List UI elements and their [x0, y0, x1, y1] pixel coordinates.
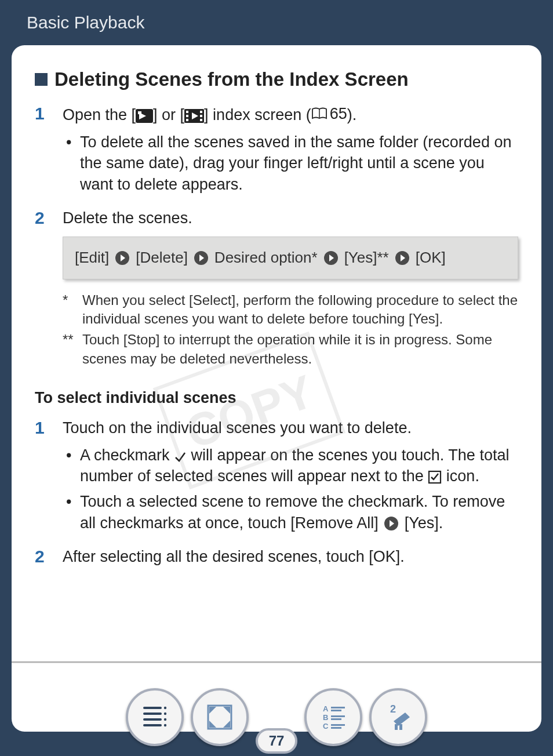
- proc-item: [Yes]**: [344, 248, 389, 268]
- svg-rect-34: [331, 724, 345, 726]
- svg-rect-5: [186, 111, 188, 113]
- svg-rect-31: [331, 715, 345, 717]
- svg-rect-35: [331, 727, 341, 729]
- arrow-icon: [395, 250, 410, 266]
- footnotes: * When you select [Select], perform the …: [63, 291, 518, 369]
- svg-text:2: 2: [390, 703, 396, 715]
- svg-rect-3: [138, 111, 141, 114]
- svg-rect-8: [200, 111, 202, 113]
- svg-point-21: [164, 713, 166, 715]
- svg-point-25: [164, 724, 166, 726]
- arrow-icon: [384, 516, 399, 531]
- page-body: COPY Deleting Scenes from the Index Scre…: [12, 45, 541, 732]
- svg-rect-29: [331, 710, 341, 711]
- page-header: Basic Playback: [0, 0, 553, 43]
- svg-rect-6: [186, 115, 188, 117]
- mode-button[interactable]: 2: [369, 688, 427, 746]
- step-b1: 1 Touch on the individual scenes you wan…: [35, 417, 518, 538]
- proc-item: [Delete]: [136, 248, 188, 268]
- step-bullet: • A checkmark will appear on the scenes …: [63, 445, 518, 487]
- page-number: 77: [256, 728, 297, 754]
- step-number: 1: [35, 417, 63, 538]
- section-marker-icon: [35, 73, 48, 86]
- index-button[interactable]: A B C: [304, 688, 362, 746]
- svg-rect-10: [200, 119, 202, 121]
- checkbox-icon: [428, 470, 442, 484]
- step-number: 2: [35, 208, 63, 383]
- step-a1: 1 Open the [] or [] index screen (65). •…: [35, 103, 518, 199]
- step-number: 1: [35, 103, 63, 199]
- step-text: Touch on the individual scenes you want …: [63, 417, 518, 538]
- arrow-icon: [115, 250, 130, 266]
- proc-item: [OK]: [416, 248, 446, 268]
- section-title: Deleting Scenes from the Index Screen: [54, 68, 409, 90]
- section-title-row: Deleting Scenes from the Index Screen: [35, 68, 518, 90]
- step-number: 2: [35, 546, 63, 567]
- sub-heading: To select individual scenes: [35, 389, 518, 407]
- page-reference: 65: [311, 103, 347, 124]
- header-title: Basic Playback: [27, 13, 144, 32]
- toc-button[interactable]: [126, 688, 184, 746]
- svg-point-19: [164, 707, 166, 709]
- step-text: After selecting all the desired scenes, …: [63, 546, 518, 567]
- arrow-icon: [194, 250, 209, 266]
- movie-index-icon: [136, 109, 153, 123]
- svg-rect-9: [200, 115, 202, 117]
- procedure-box: [Edit] [Delete] Desired option* [Yes]** …: [63, 237, 518, 279]
- svg-rect-38: [399, 724, 402, 730]
- svg-rect-32: [331, 718, 341, 720]
- svg-text:A: A: [323, 704, 329, 713]
- fullscreen-button[interactable]: [191, 688, 249, 746]
- checkmark-icon: [174, 450, 187, 463]
- step-bullet: • To delete all the scenes saved in the …: [63, 132, 518, 195]
- snapshot-index-icon: [184, 109, 204, 123]
- svg-point-23: [164, 718, 166, 721]
- step-a2: 2 Delete the scenes. [Edit] [Delete] Des…: [35, 208, 518, 383]
- step-text: Open the [] or [] index screen (65). • T…: [63, 103, 518, 199]
- arrow-icon: [323, 250, 339, 266]
- svg-text:C: C: [323, 722, 329, 730]
- proc-item: [Edit]: [75, 248, 109, 268]
- footer-divider: [12, 662, 541, 663]
- step-text: Delete the scenes. [Edit] [Delete] Desir…: [63, 208, 518, 383]
- step-bullet: • Touch a selected scene to remove the c…: [63, 491, 518, 533]
- svg-text:B: B: [323, 713, 328, 722]
- svg-rect-28: [331, 707, 345, 708]
- step-b2: 2 After selecting all the desired scenes…: [35, 546, 518, 567]
- svg-rect-7: [186, 119, 188, 121]
- svg-rect-37: [395, 724, 398, 730]
- proc-item: Desired option*: [214, 248, 318, 268]
